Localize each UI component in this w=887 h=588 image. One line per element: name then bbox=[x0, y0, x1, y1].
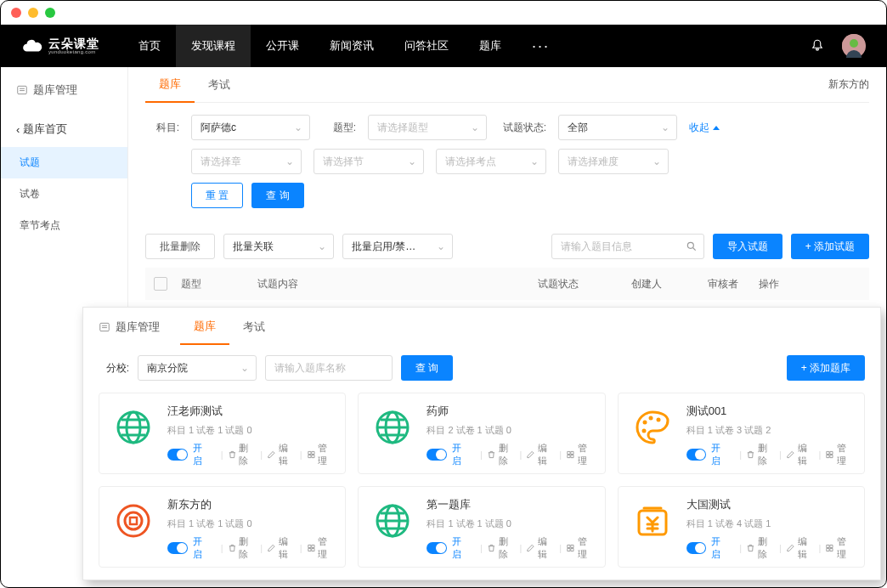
card-manage[interactable]: 管理 bbox=[307, 535, 336, 561]
grid-icon bbox=[566, 449, 575, 460]
bank-card[interactable]: 药师科目 2 试卷 1 试题 0开启|删除|编辑|管理 bbox=[358, 393, 605, 474]
tab-bank[interactable]: 题库 bbox=[145, 67, 195, 103]
batch-link-select[interactable]: 批量关联⌄ bbox=[223, 234, 334, 259]
type-select[interactable]: 请选择题型⌄ bbox=[368, 115, 487, 140]
enable-toggle[interactable] bbox=[427, 449, 447, 461]
p2-tab-bank[interactable]: 题库 bbox=[180, 309, 229, 345]
bank-card[interactable]: 大国测试科目 1 试卷 4 试题 1开启|删除|编辑|管理 bbox=[618, 486, 865, 568]
tab-row: 题库 考试 新东方的 bbox=[145, 67, 869, 103]
card-manage[interactable]: 管理 bbox=[825, 442, 854, 467]
nav-home[interactable]: 首页 bbox=[123, 25, 176, 67]
card-edit[interactable]: 编辑 bbox=[786, 442, 815, 467]
grid-icon bbox=[566, 543, 575, 553]
card-actions: 开启|删除|编辑|管理 bbox=[686, 442, 854, 467]
nav-qa[interactable]: 问答社区 bbox=[389, 25, 464, 67]
enable-toggle[interactable] bbox=[167, 449, 188, 461]
bank-card[interactable]: 汪老师测试科目 1 试卷 1 试题 0开启|删除|编辑|管理 bbox=[99, 393, 346, 474]
subject-label: 科目: bbox=[145, 121, 179, 135]
maximize-dot[interactable] bbox=[45, 8, 55, 18]
card-edit[interactable]: 编辑 bbox=[267, 442, 296, 467]
avatar[interactable] bbox=[842, 34, 866, 58]
bank-panel: 题库管理 题库 考试 分校: 南京分院⌄ 查 询 + 添加题库 汪老师测试科目 … bbox=[82, 307, 881, 580]
search-box bbox=[551, 234, 704, 259]
chevron-down-icon: ⌄ bbox=[471, 122, 479, 133]
add-bank-button[interactable]: + 添加题库 bbox=[787, 355, 865, 381]
close-dot[interactable] bbox=[11, 8, 21, 18]
trash-icon bbox=[228, 543, 237, 553]
card-delete[interactable]: 删除 bbox=[228, 535, 257, 561]
card-manage[interactable]: 管理 bbox=[825, 535, 854, 561]
card-actions: 开启|删除|编辑|管理 bbox=[167, 535, 335, 561]
sidebar-header: 题库管理 bbox=[1, 82, 127, 111]
sidebar-item-papers[interactable]: 试卷 bbox=[1, 178, 127, 210]
bank-card[interactable]: 第一题库科目 1 试卷 1 试题 0开启|删除|编辑|管理 bbox=[358, 486, 605, 568]
card-edit[interactable]: 编辑 bbox=[526, 535, 555, 561]
query-button[interactable]: 查 询 bbox=[251, 183, 303, 208]
col-type: 题型 bbox=[181, 277, 257, 291]
chevron-down-icon: ⌄ bbox=[661, 122, 669, 133]
bank-card[interactable]: 新东方的科目 1 试卷 1 试题 0开启|删除|编辑|管理 bbox=[99, 486, 346, 568]
enable-label: 开启 bbox=[452, 442, 469, 467]
sidebar-item-questions[interactable]: 试题 bbox=[1, 147, 127, 178]
card-edit[interactable]: 编辑 bbox=[267, 535, 296, 561]
batch-delete-button[interactable]: 批量删除 bbox=[145, 234, 215, 259]
enable-toggle[interactable] bbox=[686, 542, 707, 554]
edit-icon bbox=[267, 543, 276, 553]
enable-label: 开启 bbox=[711, 442, 728, 467]
difficulty-select[interactable]: 请选择难度⌄ bbox=[558, 149, 669, 174]
minimize-dot[interactable] bbox=[28, 8, 38, 18]
card-delete[interactable]: 删除 bbox=[746, 442, 775, 467]
logo-subtext: yunduoketang.com bbox=[48, 49, 99, 54]
status-select[interactable]: 全部⌄ bbox=[558, 115, 677, 140]
card-name: 新东方的 bbox=[167, 497, 335, 512]
bank-search-input[interactable] bbox=[265, 355, 393, 381]
section-select[interactable]: 请选择节⌄ bbox=[314, 149, 424, 174]
nav-open[interactable]: 公开课 bbox=[251, 25, 314, 67]
bell-icon[interactable] bbox=[810, 38, 825, 54]
enable-toggle[interactable] bbox=[427, 542, 447, 554]
card-edit[interactable]: 编辑 bbox=[526, 442, 555, 467]
tab-exam[interactable]: 考试 bbox=[195, 67, 244, 103]
batch-toggle-select[interactable]: 批量启用/禁…⌄ bbox=[342, 234, 453, 259]
bank-card[interactable]: 测试001科目 1 试卷 3 试题 2开启|删除|编辑|管理 bbox=[618, 393, 865, 474]
card-delete[interactable]: 删除 bbox=[487, 535, 516, 561]
p2-tab-exam[interactable]: 考试 bbox=[229, 309, 279, 345]
svg-rect-2 bbox=[18, 86, 27, 93]
enable-toggle[interactable] bbox=[686, 449, 707, 461]
card-delete[interactable]: 删除 bbox=[746, 535, 775, 561]
sidebar-item-points[interactable]: 章节考点 bbox=[1, 210, 127, 241]
point-select[interactable]: 请选择考点⌄ bbox=[436, 149, 546, 174]
nav-more[interactable]: ··· bbox=[517, 25, 565, 67]
card-meta: 科目 1 试卷 1 试题 0 bbox=[427, 517, 594, 530]
p2-query-button[interactable]: 查 询 bbox=[401, 355, 453, 381]
card-grid: 汪老师测试科目 1 试卷 1 试题 0开启|删除|编辑|管理药师科目 2 试卷 … bbox=[99, 393, 865, 568]
reset-button[interactable]: 重 置 bbox=[191, 183, 243, 208]
list-icon bbox=[16, 84, 28, 96]
select-all-checkbox[interactable] bbox=[154, 277, 167, 291]
col-reviewer: 审核者 bbox=[708, 277, 759, 291]
trash-icon bbox=[487, 449, 496, 460]
logo[interactable]: 云朵课堂 yunduoketang.com bbox=[21, 35, 99, 57]
nav-courses[interactable]: 发现课程 bbox=[176, 25, 251, 67]
card-delete[interactable]: 删除 bbox=[487, 442, 516, 467]
subject-select[interactable]: 阿萨德c⌄ bbox=[191, 115, 310, 140]
collapse-toggle[interactable]: 收起 bbox=[689, 121, 720, 135]
card-icon bbox=[629, 404, 676, 451]
card-manage[interactable]: 管理 bbox=[307, 442, 336, 467]
chapter-select[interactable]: 请选择章⌄ bbox=[191, 149, 302, 174]
enable-toggle[interactable] bbox=[167, 542, 188, 554]
branch-select[interactable]: 南京分院⌄ bbox=[138, 355, 257, 381]
grid-icon bbox=[825, 543, 834, 553]
card-edit[interactable]: 编辑 bbox=[786, 535, 815, 561]
svg-rect-4 bbox=[100, 323, 110, 331]
grid-icon bbox=[307, 543, 316, 553]
nav-question-bank[interactable]: 题库 bbox=[464, 25, 517, 67]
card-manage[interactable]: 管理 bbox=[566, 442, 595, 467]
sidebar-back[interactable]: ‹ 题库首页 bbox=[1, 111, 127, 147]
nav-news[interactable]: 新闻资讯 bbox=[314, 25, 389, 67]
add-question-button[interactable]: + 添加试题 bbox=[791, 234, 869, 259]
search-input[interactable] bbox=[551, 234, 704, 259]
import-button[interactable]: 导入试题 bbox=[713, 234, 782, 259]
card-delete[interactable]: 删除 bbox=[228, 442, 257, 467]
card-manage[interactable]: 管理 bbox=[566, 535, 595, 561]
